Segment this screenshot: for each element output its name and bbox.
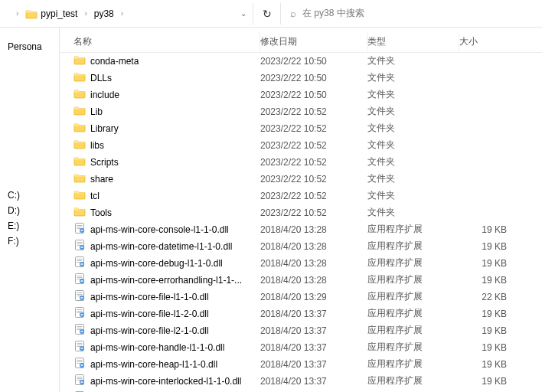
file-name: Library: [90, 123, 119, 134]
column-header-name[interactable]: 名称: [60, 32, 260, 52]
list-item[interactable]: api-ms-win-core-interlocked-l1-1-0.dll20…: [60, 373, 542, 390]
address-bar[interactable]: › pypi_test › py38 › ⌄: [0, 3, 253, 24]
folder-icon: [73, 189, 86, 202]
folder-icon: [73, 54, 86, 67]
list-item[interactable]: api-ms-win-core-file-l2-1-0.dll2018/4/20…: [60, 322, 542, 339]
file-date: 2018/4/20 13:28: [260, 241, 367, 252]
nav-item-drive-e[interactable]: E:): [8, 220, 59, 231]
file-type: 文件夹: [367, 88, 459, 101]
file-name: api-ms-win-core-file-l1-2-0.dll: [90, 309, 209, 319]
svg-rect-17: [77, 262, 81, 263]
file-type: 应用程序扩展: [367, 358, 459, 371]
file-date: 2018/4/20 13:37: [260, 309, 367, 319]
list-item[interactable]: libs2023/2/22 10:52文件夹: [60, 137, 542, 154]
dll-file-icon: [73, 273, 86, 287]
list-item[interactable]: api-ms-win-core-console-l1-1-0.dll2018/4…: [60, 221, 542, 238]
svg-point-53: [80, 346, 84, 351]
svg-rect-30: [77, 294, 83, 295]
file-date: 2018/4/20 13:37: [260, 359, 367, 370]
file-name: include: [90, 90, 119, 100]
dll-file-icon: [73, 222, 86, 237]
svg-rect-34: [81, 299, 83, 299]
list-item[interactable]: api-ms-win-core-datetime-l1-1-0.dll2018/…: [60, 238, 542, 255]
list-item[interactable]: tcl2023/2/22 10:52文件夹: [60, 188, 542, 204]
file-size: 19 KB: [459, 359, 521, 370]
column-header-size[interactable]: 大小: [459, 32, 521, 52]
list-item[interactable]: api-ms-win-core-errorhandling-l1-1-...20…: [60, 272, 542, 289]
list-item[interactable]: api-ms-win-core-debug-l1-1-0.dll2018/4/2…: [60, 255, 542, 272]
svg-rect-68: [81, 381, 83, 382]
file-date: 2018/4/20 13:28: [260, 275, 367, 286]
svg-rect-66: [77, 380, 81, 381]
list-item[interactable]: DLLs2023/2/22 10:50文件夹: [60, 70, 542, 87]
list-item[interactable]: Tools2023/2/22 10:52文件夹: [60, 204, 542, 221]
column-header-date[interactable]: 修改日期: [260, 32, 367, 52]
dll-file-icon: [73, 357, 86, 371]
list-item[interactable]: include2023/2/22 10:50文件夹: [60, 87, 542, 103]
svg-rect-57: [77, 360, 83, 361]
file-type: 文件夹: [367, 71, 459, 84]
svg-rect-24: [77, 279, 81, 279]
chevron-right-icon[interactable]: ›: [14, 9, 21, 18]
nav-item-drive-c[interactable]: C:): [8, 190, 59, 201]
address-toolbar: › pypi_test › py38 › ⌄ ↻ ⌕ 在 py38 中搜索: [0, 0, 542, 28]
dll-file-icon: [73, 239, 86, 253]
refresh-button[interactable]: ↻: [253, 3, 280, 24]
file-date: 2018/4/20 13:37: [260, 342, 367, 353]
file-name: api-ms-win-core-errorhandling-l1-1-...: [90, 275, 242, 286]
file-date: 2018/4/20 13:29: [260, 292, 367, 302]
chevron-right-icon[interactable]: ›: [119, 9, 126, 18]
folder-icon: [73, 71, 86, 84]
nav-pane: Persona C:) D:) E:) F:): [0, 28, 60, 392]
list-item[interactable]: Scripts2023/2/22 10:52文件夹: [60, 154, 542, 171]
svg-rect-2: [77, 227, 83, 227]
nav-item-drive-d[interactable]: D:): [8, 205, 59, 216]
svg-rect-51: [77, 345, 83, 345]
svg-rect-59: [77, 363, 81, 364]
list-item[interactable]: api-ms-win-core-handle-l1-1-0.dll2018/4/…: [60, 339, 542, 356]
file-type: 应用程序扩展: [367, 307, 459, 320]
file-name: Tools: [90, 207, 112, 218]
svg-rect-37: [77, 311, 83, 312]
breadcrumb-py38[interactable]: py38: [91, 7, 117, 21]
folder-icon: [73, 88, 86, 101]
svg-rect-33: [81, 297, 83, 298]
nav-item-drive-f[interactable]: F:): [8, 236, 59, 247]
breadcrumb-pypi-test[interactable]: pypi_test: [22, 7, 80, 21]
svg-rect-47: [81, 331, 83, 332]
svg-rect-48: [81, 332, 83, 333]
search-input[interactable]: ⌕ 在 py38 中搜索: [280, 3, 542, 24]
svg-rect-3: [77, 228, 81, 229]
list-item[interactable]: api-ms-win-core-file-l1-2-0.dll2018/4/20…: [60, 305, 542, 322]
chevron-down-icon[interactable]: ⌄: [234, 9, 253, 18]
file-date: 2023/2/22 10:50: [260, 73, 367, 83]
svg-rect-26: [81, 280, 83, 281]
file-name: Scripts: [90, 157, 119, 168]
list-item[interactable]: api-ms-win-core-file-l1-1-0.dll2018/4/20…: [60, 289, 542, 305]
svg-rect-52: [77, 346, 81, 347]
search-placeholder: 在 py38 中搜索: [302, 7, 364, 20]
dll-file-icon: [73, 374, 86, 388]
file-type: 应用程序扩展: [367, 240, 459, 253]
list-item[interactable]: Lib2023/2/22 10:52文件夹: [60, 103, 542, 120]
svg-rect-65: [77, 378, 83, 379]
list-item[interactable]: conda-meta2023/2/22 10:50文件夹: [60, 53, 542, 70]
svg-rect-55: [81, 349, 83, 350]
svg-rect-6: [81, 231, 83, 232]
file-type: 文件夹: [367, 206, 459, 219]
list-item[interactable]: Library2023/2/22 10:52文件夹: [60, 120, 542, 137]
svg-rect-45: [77, 329, 81, 330]
list-item[interactable]: share2023/2/22 10:52文件夹: [60, 171, 542, 188]
svg-rect-5: [81, 230, 83, 230]
file-type: 文件夹: [367, 189, 459, 202]
file-date: 2023/2/22 10:52: [260, 174, 367, 185]
dll-file-icon: [73, 306, 86, 321]
nav-item-personal[interactable]: Persona: [8, 41, 59, 52]
list-item[interactable]: api-ms-win-core-heap-l1-1-0.dll2018/4/20…: [60, 356, 542, 373]
file-type: 应用程序扩展: [367, 223, 459, 236]
file-date: 2018/4/20 13:28: [260, 258, 367, 269]
file-date: 2023/2/22 10:52: [260, 123, 367, 134]
chevron-right-icon[interactable]: ›: [82, 9, 89, 18]
column-header-type[interactable]: 类型: [367, 32, 459, 52]
file-type: 应用程序扩展: [367, 273, 459, 286]
